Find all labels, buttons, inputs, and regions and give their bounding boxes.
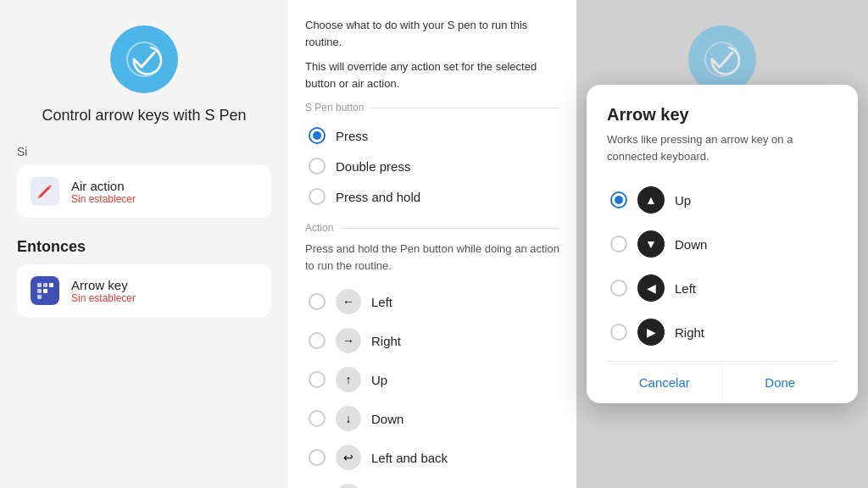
down-option[interactable]: ↓ Down	[305, 399, 559, 438]
left-radio[interactable]	[309, 293, 326, 310]
dialog-right-radio[interactable]	[610, 324, 627, 341]
app-icon	[110, 25, 178, 93]
arrow-key-icon	[31, 276, 59, 305]
left-back-arrow-btn: ↩	[336, 445, 361, 470]
air-action-card[interactable]: Air action Sin establecer	[17, 165, 271, 218]
dialog-title: Arrow key	[607, 105, 837, 125]
press-hold-radio[interactable]	[309, 188, 326, 205]
si-label: Si	[17, 145, 27, 158]
svg-rect-2	[43, 283, 47, 287]
s-pen-button-label: S Pen button	[305, 102, 559, 114]
dialog-up-label: Up	[675, 193, 691, 208]
arrow-key-card[interactable]: Arrow key Sin establecer	[17, 264, 271, 317]
left-label: Left	[371, 295, 392, 309]
right-label: Right	[371, 334, 401, 348]
dialog-left-label: Left	[675, 281, 696, 296]
air-action-sub: Sin establecer	[71, 193, 136, 205]
svg-rect-4	[37, 289, 42, 293]
dialog-left-radio[interactable]	[610, 280, 627, 297]
dialog-left-option[interactable]: ◀ Left	[607, 266, 837, 310]
arrow-grid-icon	[36, 281, 54, 300]
svg-rect-3	[49, 283, 53, 287]
up-dir-icon: ▲	[637, 186, 665, 214]
pencil-icon	[36, 183, 53, 200]
checkmark-icon	[125, 41, 163, 78]
right-dir-icon: ▶	[637, 319, 665, 346]
app-title: Control arrow keys with S Pen	[42, 107, 246, 125]
left-back-radio[interactable]	[309, 449, 326, 466]
right-back-arrow-btn: ↪	[336, 484, 361, 488]
up-label: Up	[371, 373, 387, 387]
middle-desc2: This will override any action set for th…	[305, 58, 559, 92]
arrow-key-sub: Sin establecer	[71, 292, 136, 304]
dialog-actions: Cancelar Done	[607, 361, 837, 403]
air-action-info: Air action Sin establecer	[71, 179, 136, 205]
right-radio[interactable]	[309, 332, 326, 349]
middle-desc1: Choose what to do with your S pen to run…	[305, 17, 559, 50]
dialog-down-label: Down	[675, 237, 707, 252]
svg-rect-5	[43, 289, 47, 293]
down-label: Down	[371, 412, 403, 426]
left-back-option[interactable]: ↩ Left and back	[305, 438, 559, 477]
svg-rect-6	[37, 295, 42, 299]
dialog-up-radio[interactable]	[610, 191, 627, 208]
action-label: Action	[305, 222, 559, 234]
up-option[interactable]: ↑ Up	[305, 360, 559, 399]
right-option[interactable]: → Right	[305, 321, 559, 360]
left-option[interactable]: ← Left	[305, 282, 559, 321]
left-back-label: Left and back	[371, 451, 448, 465]
right-arrow-btn: →	[336, 328, 361, 353]
press-option[interactable]: Press	[305, 120, 559, 151]
bg-checkmark-icon	[704, 41, 741, 78]
action-desc: Press and hold the Pen button while doin…	[305, 241, 559, 274]
press-hold-option[interactable]: Press and hold	[305, 181, 559, 212]
cancel-button[interactable]: Cancelar	[607, 362, 723, 403]
svg-rect-1	[37, 283, 42, 287]
entonces-label: Entonces	[17, 238, 86, 256]
left-dir-icon: ◀	[637, 274, 665, 302]
up-arrow-btn: ↑	[336, 367, 361, 392]
air-action-name: Air action	[71, 179, 136, 193]
down-radio[interactable]	[309, 410, 326, 427]
press-hold-label: Press and hold	[336, 190, 420, 204]
left-arrow-btn: ←	[336, 289, 361, 314]
arrow-key-name: Arrow key	[71, 278, 136, 292]
down-arrow-btn: ↓	[336, 406, 361, 431]
down-dir-icon: ▼	[637, 230, 665, 258]
dialog-right-label: Right	[675, 325, 704, 340]
dialog-up-option[interactable]: ▲ Up	[607, 178, 837, 222]
dialog-right-option[interactable]: ▶ Right	[607, 310, 837, 354]
dialog-down-radio[interactable]	[610, 236, 627, 252]
up-radio[interactable]	[309, 371, 326, 388]
press-label: Press	[336, 129, 368, 143]
double-press-option[interactable]: Double press	[305, 151, 559, 181]
left-panel: Control arrow keys with S Pen Si Air act…	[0, 0, 288, 488]
right-back-option[interactable]: ↪ Right and back	[305, 477, 559, 488]
air-action-icon	[31, 177, 59, 206]
dialog-down-option[interactable]: ▼ Down	[607, 222, 837, 266]
arrow-key-info: Arrow key Sin establecer	[71, 278, 136, 304]
double-press-radio[interactable]	[309, 158, 326, 175]
press-radio[interactable]	[309, 127, 326, 144]
double-press-label: Double press	[336, 159, 410, 174]
bg-app-icon	[688, 25, 756, 93]
done-button[interactable]: Done	[723, 362, 838, 403]
right-panel: Control arrow keys with S Pen Arrow key …	[576, 0, 868, 488]
arrow-key-dialog: Arrow key Works like pressing an arrow k…	[587, 85, 858, 403]
dialog-desc: Works like pressing an arrow key on a co…	[607, 131, 837, 164]
middle-panel: Choose what to do with your S pen to run…	[288, 0, 576, 488]
